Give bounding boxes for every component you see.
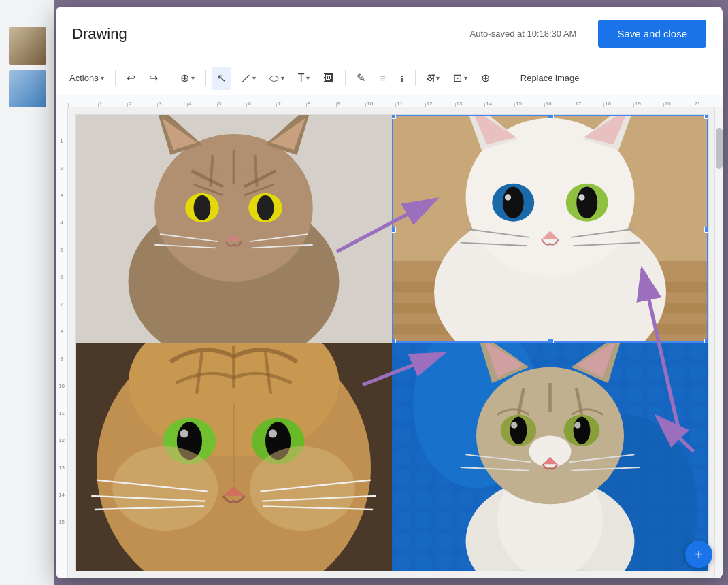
canvas-content[interactable] <box>68 107 723 578</box>
tick-3: 3 <box>157 101 187 107</box>
undo-button[interactable]: ↩ <box>121 67 141 90</box>
cat-grid <box>76 115 708 571</box>
tick-9: 9 <box>336 101 366 107</box>
scrollbar-track[interactable] <box>714 107 723 578</box>
vr-1: 1 <box>56 128 67 155</box>
tick-1: 1 <box>98 101 128 107</box>
crop-button[interactable]: ⊡ ▾ <box>448 67 473 90</box>
divider-4 <box>345 70 346 86</box>
vr-15: 15 <box>56 509 67 536</box>
svg-point-55 <box>180 429 188 437</box>
toolbar: Actions ▾ ↩ ↪ ⊕ ▾ ↖ — ▾ ⬭ ▾ <box>56 61 723 95</box>
svg-point-13 <box>194 195 211 220</box>
tick-13: 13 <box>455 101 485 107</box>
cat-bottom-right-cell[interactable] <box>392 343 708 571</box>
filter-button[interactable]: ⊕ <box>476 67 495 90</box>
drawing-dialog: Drawing Auto-saved at 10:18:30 AM Save a… <box>56 7 723 578</box>
horizontal-ruler: 1 2 3 4 5 6 7 8 9 10 11 12 13 14 15 16 1… <box>56 95 723 107</box>
filter-icon: ⊕ <box>481 73 490 84</box>
cat-br-svg <box>392 343 708 571</box>
tick-16: 16 <box>544 101 574 107</box>
vr-13: 13 <box>56 454 67 482</box>
tick-17: 17 <box>574 101 603 107</box>
actions-chevron: ▾ <box>101 74 104 82</box>
tick-8: 8 <box>306 101 336 107</box>
dialog-title: Drawing <box>72 25 127 43</box>
tick-18: 18 <box>603 101 633 107</box>
tick-20: 20 <box>663 101 693 107</box>
redo-button[interactable]: ↪ <box>144 67 163 90</box>
shape-icon: ⬭ <box>269 73 279 84</box>
svg-point-86 <box>574 417 591 444</box>
canvas-area: 1 2 3 4 5 6 7 8 9 10 11 12 13 14 15 <box>56 107 723 578</box>
zoom-button[interactable]: ⊕ ▾ <box>175 67 200 90</box>
vr-2: 2 <box>56 155 67 182</box>
line-tool-button[interactable]: — ▾ <box>234 67 261 90</box>
cat-bottom-left-cell[interactable] <box>76 343 392 571</box>
redo-icon: ↪ <box>149 73 158 84</box>
vr-11: 11 <box>56 400 67 427</box>
pen-tool-button[interactable]: ✎ <box>351 67 371 90</box>
drawing-canvas[interactable] <box>75 114 709 571</box>
autosave-status: Auto-saved at 10:18:30 AM <box>470 29 577 39</box>
text-tool-button[interactable]: T ▾ <box>293 67 316 90</box>
text-style-icon: अ <box>427 73 434 84</box>
svg-point-88 <box>574 422 580 428</box>
vr-12: 12 <box>56 427 67 454</box>
vr-14: 14 <box>56 482 67 509</box>
svg-point-36 <box>503 187 524 219</box>
align-icon: ≡ <box>379 73 385 84</box>
cat-top-right-cell[interactable] <box>392 115 708 343</box>
undo-icon: ↩ <box>127 73 135 84</box>
tick-7: 7 <box>276 101 306 107</box>
divider-5 <box>415 70 416 86</box>
cat-tr-svg <box>392 115 708 343</box>
vr-7: 7 <box>56 291 67 318</box>
vr-4: 4 <box>56 210 67 237</box>
svg-point-14 <box>257 195 274 220</box>
divider-6 <box>501 70 501 86</box>
cat-top-right-image <box>392 115 708 343</box>
actions-button[interactable]: Actions ▾ <box>64 67 110 90</box>
text-style-chevron: ▾ <box>436 74 440 82</box>
image-icon: 🖼 <box>323 73 334 84</box>
tick-21: 21 <box>693 101 723 107</box>
tick-14: 14 <box>484 101 514 107</box>
crop-chevron: ▾ <box>464 74 467 82</box>
vr-3: 3 <box>56 182 67 210</box>
tick-11: 11 <box>395 101 425 107</box>
cat-bottom-right-image <box>392 343 708 571</box>
ruler-ticks: 1 2 3 4 5 6 7 8 9 10 11 12 13 14 15 16 1… <box>56 95 723 107</box>
cat-top-left-cell[interactable] <box>76 115 392 343</box>
vr-5: 5 <box>56 237 67 264</box>
tick-6: 6 <box>246 101 276 107</box>
zoom-chevron: ▾ <box>191 74 195 82</box>
vr-8: 8 <box>56 318 67 346</box>
tick-10: 10 <box>365 101 395 107</box>
divider-1 <box>115 70 116 86</box>
scrollbar-thumb[interactable] <box>716 128 723 169</box>
svg-point-39 <box>578 194 584 200</box>
distribute-button[interactable]: ⫶ <box>394 67 410 90</box>
select-tool-button[interactable]: ↖ <box>212 67 231 90</box>
add-button[interactable]: + <box>685 541 712 568</box>
svg-point-59 <box>112 446 218 531</box>
text-style-button[interactable]: अ ▾ <box>421 67 445 90</box>
line-icon: — <box>237 70 252 86</box>
image-tool-button[interactable]: 🖼 <box>318 67 340 90</box>
cat-tl-svg <box>76 115 392 343</box>
shape-chevron: ▾ <box>281 74 284 82</box>
replace-image-button[interactable]: Replace image <box>512 67 588 90</box>
shape-tool-button[interactable]: ⬭ ▾ <box>264 67 290 90</box>
align-button[interactable]: ≡ <box>374 67 391 90</box>
save-close-button[interactable]: Save and close <box>598 20 706 48</box>
side-panel <box>0 0 54 585</box>
thumbnail-1 <box>9 27 46 65</box>
actions-label: Actions <box>69 73 99 83</box>
tick-2: 2 <box>127 101 157 107</box>
pen-icon: ✎ <box>357 73 365 84</box>
svg-point-60 <box>250 446 355 531</box>
svg-point-87 <box>511 422 517 428</box>
cat-top-left-image <box>76 115 392 343</box>
distribute-icon: ⫶ <box>399 73 404 83</box>
